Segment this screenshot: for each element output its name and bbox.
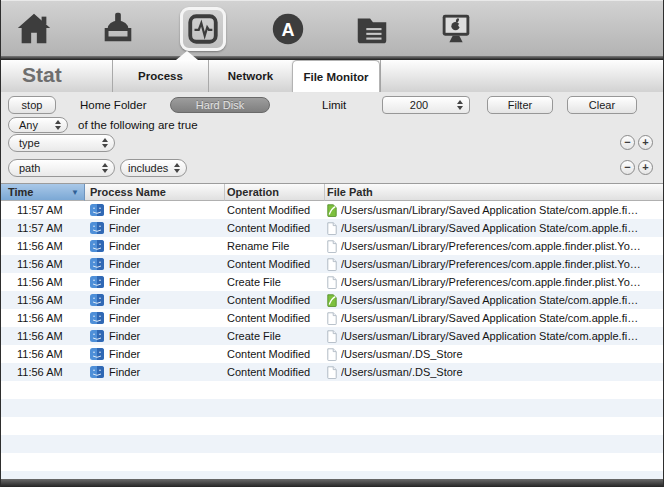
cell-path-label: /Users/usman/Library/Preferences/com.app… <box>341 276 641 288</box>
limit-select[interactable]: 200 <box>382 96 470 114</box>
system-display-icon[interactable] <box>434 7 478 51</box>
cell-operation: Create File <box>225 330 325 342</box>
document-icon <box>327 348 337 361</box>
cell-operation: Content Modified <box>225 312 325 324</box>
criteria-path-select[interactable]: path <box>8 159 115 177</box>
cell-time: 11:56 AM <box>0 276 85 288</box>
tab-bar: Stat Process Network File Monitor <box>0 60 664 92</box>
cell-process-label: Finder <box>109 276 140 288</box>
cell-process-label: Finder <box>109 348 140 360</box>
cell-process-label: Finder <box>109 222 140 234</box>
cell-operation: Content Modified <box>225 204 325 216</box>
document-icon <box>327 330 337 343</box>
cell-path-label: /Users/usman/.DS_Store <box>341 366 463 378</box>
cell-path-label: /Users/usman/Library/Saved Application S… <box>341 222 638 234</box>
table-row[interactable]: 11:57 AM Finder Content Modified /Users/… <box>0 201 664 219</box>
finder-app-icon <box>90 330 104 342</box>
finder-app-icon <box>90 222 104 234</box>
cell-path-label: /Users/usman/Library/Saved Application S… <box>341 330 638 342</box>
cell-time: 11:56 AM <box>0 240 85 252</box>
criteria-type-value: type <box>9 137 100 149</box>
cell-time: 11:56 AM <box>0 366 85 378</box>
cell-time: 11:57 AM <box>0 204 85 216</box>
tab-process[interactable]: Process <box>112 60 208 92</box>
table-body: 11:57 AM Finder Content Modified /Users/… <box>0 201 664 479</box>
segment-home-folder[interactable]: Home Folder <box>80 99 146 111</box>
cell-time: 11:56 AM <box>0 348 85 360</box>
cell-path-label: /Users/usman/Library/Saved Application S… <box>341 204 638 216</box>
criteria-path-value: path <box>9 162 100 174</box>
table-row[interactable]: 11:56 AM Finder Create File /Users/usman… <box>0 327 664 345</box>
cell-process-label: Finder <box>109 204 140 216</box>
file-manager-icon[interactable] <box>350 7 394 51</box>
cell-time: 11:57 AM <box>0 222 85 234</box>
clean-brush-icon[interactable] <box>96 7 140 51</box>
column-header-process-name[interactable]: Process Name <box>85 184 225 201</box>
sort-desc-icon: ▼ <box>71 188 79 197</box>
cell-operation: Create File <box>225 276 325 288</box>
finder-app-icon <box>90 348 104 360</box>
svg-text:A: A <box>281 19 294 39</box>
finder-app-icon <box>90 240 104 252</box>
table-row[interactable]: 11:56 AM Finder Rename File /Users/usman… <box>0 237 664 255</box>
table-row[interactable]: 11:56 AM Finder Content Modified /Users/… <box>0 363 664 381</box>
finder-app-icon <box>90 294 104 306</box>
stepper-icon <box>100 163 109 173</box>
table-row[interactable]: 11:56 AM Finder Content Modified /Users/… <box>0 291 664 309</box>
tab-network[interactable]: Network <box>208 60 292 92</box>
table-header: Time ▼ Process Name Operation File Path <box>0 184 664 201</box>
cell-process-label: Finder <box>109 312 140 324</box>
remove-criteria-button[interactable]: − <box>620 135 635 150</box>
match-any-select[interactable]: Any <box>8 117 68 133</box>
add-criteria-button[interactable]: + <box>638 135 653 150</box>
document-icon <box>327 258 337 271</box>
home-icon[interactable] <box>12 7 56 51</box>
cell-operation: Content Modified <box>225 348 325 360</box>
activity-monitor-icon[interactable] <box>180 7 226 51</box>
app-store-icon[interactable]: A <box>266 7 310 51</box>
stepper-icon <box>100 138 109 148</box>
toolbar-bottom-edge <box>0 56 664 60</box>
finder-app-icon <box>90 276 104 288</box>
cell-process-label: Finder <box>109 366 140 378</box>
document-icon <box>327 366 337 379</box>
stop-button[interactable]: stop <box>8 96 56 114</box>
finder-app-icon <box>90 204 104 216</box>
segment-hard-disk-selected[interactable]: Hard Disk <box>170 97 270 113</box>
document-icon <box>327 276 337 289</box>
window-left-edge <box>0 0 1 487</box>
cell-time: 11:56 AM <box>0 312 85 324</box>
cell-operation: Content Modified <box>225 258 325 270</box>
cell-path-label: /Users/usman/Library/Preferences/com.app… <box>341 240 641 252</box>
cell-path-label: /Users/usman/.DS_Store <box>341 348 463 360</box>
filter-button[interactable]: Filter <box>487 96 553 114</box>
condition-includes-select[interactable]: includes <box>120 159 187 177</box>
column-header-time[interactable]: Time ▼ <box>0 184 85 201</box>
window-bottom-edge <box>0 479 664 487</box>
condition-value: includes <box>121 162 172 174</box>
tab-stat[interactable]: Stat <box>22 63 62 87</box>
cell-time: 11:56 AM <box>0 294 85 306</box>
column-header-operation[interactable]: Operation <box>225 184 325 201</box>
green-file-icon <box>327 204 337 217</box>
selected-tool-notch <box>176 51 198 60</box>
table-row[interactable]: 11:56 AM Finder Content Modified /Users/… <box>0 345 664 363</box>
app-window: A Stat Process Network File Monitor stop… <box>0 0 664 487</box>
tab-file-monitor[interactable]: File Monitor <box>292 60 380 92</box>
cell-operation: Content Modified <box>225 222 325 234</box>
filter-controls-panel: stop Home Folder Hard Disk Limit 200 Fil… <box>0 92 664 184</box>
column-header-file-path[interactable]: File Path <box>325 184 664 201</box>
finder-app-icon <box>90 312 104 324</box>
limit-value: 200 <box>383 99 455 111</box>
cell-process-label: Finder <box>109 294 140 306</box>
document-icon <box>327 240 337 253</box>
remove-criteria-button[interactable]: − <box>620 160 635 175</box>
cell-process-label: Finder <box>109 258 140 270</box>
table-row[interactable]: 11:56 AM Finder Create File /Users/usman… <box>0 273 664 291</box>
table-row[interactable]: 11:56 AM Finder Content Modified /Users/… <box>0 309 664 327</box>
table-row[interactable]: 11:56 AM Finder Content Modified /Users/… <box>0 255 664 273</box>
table-row[interactable]: 11:57 AM Finder Content Modified /Users/… <box>0 219 664 237</box>
clear-button[interactable]: Clear <box>567 96 637 114</box>
add-criteria-button[interactable]: + <box>638 160 653 175</box>
criteria-type-select[interactable]: type <box>8 134 115 152</box>
